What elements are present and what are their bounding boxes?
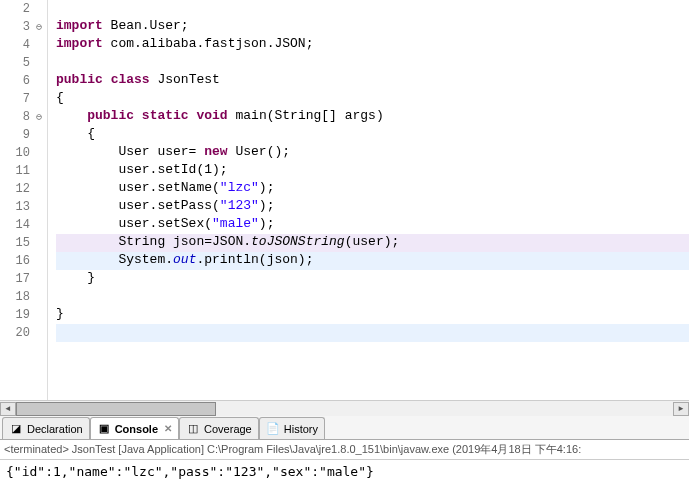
line-number: 3 [0, 20, 32, 34]
tab-label: Console [115, 423, 158, 435]
close-icon[interactable]: ✕ [164, 423, 172, 434]
gutter-row: 19 [0, 306, 47, 324]
line-number: 5 [0, 56, 32, 70]
line-number: 17 [0, 272, 32, 286]
line-number: 20 [0, 326, 32, 340]
scroll-left-button[interactable]: ◄ [0, 402, 16, 416]
declaration-icon: ◪ [9, 422, 23, 436]
code-line[interactable]: public static void main(String[] args) [56, 108, 689, 126]
line-number: 18 [0, 290, 32, 304]
code-line[interactable] [56, 0, 689, 18]
code-line[interactable]: System.out.println(json); [56, 252, 689, 270]
scroll-thumb[interactable] [16, 402, 216, 416]
gutter-row: 15 [0, 234, 47, 252]
fold-marker-icon[interactable]: ⊖ [32, 111, 46, 123]
line-number: 14 [0, 218, 32, 232]
gutter-row: 12 [0, 180, 47, 198]
gutter-row: 7 [0, 90, 47, 108]
gutter-row: 4 [0, 36, 47, 54]
gutter-row: 5 [0, 54, 47, 72]
line-number: 15 [0, 236, 32, 250]
gutter-row: 13 [0, 198, 47, 216]
line-number: 6 [0, 74, 32, 88]
scroll-right-button[interactable]: ► [673, 402, 689, 416]
tab-label: History [284, 423, 318, 435]
console-icon: ▣ [97, 422, 111, 436]
gutter-row: 17 [0, 270, 47, 288]
code-editor[interactable]: 23⊖45678⊖91011121314151617181920 import … [0, 0, 689, 400]
line-number: 19 [0, 308, 32, 322]
tab-label: Declaration [27, 423, 83, 435]
code-line[interactable]: public class JsonTest [56, 72, 689, 90]
code-line[interactable]: user.setPass("123"); [56, 198, 689, 216]
code-area[interactable]: import Bean.User;import com.alibaba.fast… [48, 0, 689, 400]
gutter-row: 18 [0, 288, 47, 306]
gutter-row: 2 [0, 0, 47, 18]
code-line[interactable]: { [56, 90, 689, 108]
coverage-icon: ◫ [186, 422, 200, 436]
gutter-row: 6 [0, 72, 47, 90]
gutter-row: 9 [0, 126, 47, 144]
console-output[interactable]: {"id":1,"name":"lzc","pass":"123","sex":… [0, 460, 689, 483]
code-line[interactable]: import com.alibaba.fastjson.JSON; [56, 36, 689, 54]
code-line[interactable]: } [56, 270, 689, 288]
tab-history[interactable]: 📄History [259, 417, 325, 439]
gutter-row: 3⊖ [0, 18, 47, 36]
tab-label: Coverage [204, 423, 252, 435]
tab-console[interactable]: ▣Console✕ [90, 417, 179, 439]
tab-declaration[interactable]: ◪Declaration [2, 417, 90, 439]
fold-marker-icon[interactable]: ⊖ [32, 21, 46, 33]
code-line[interactable] [56, 324, 689, 342]
code-line[interactable]: } [56, 306, 689, 324]
code-line[interactable] [56, 288, 689, 306]
line-number: 7 [0, 92, 32, 106]
gutter-row: 8⊖ [0, 108, 47, 126]
code-line[interactable] [56, 54, 689, 72]
scroll-track[interactable] [16, 402, 673, 416]
code-line[interactable]: user.setId(1); [56, 162, 689, 180]
code-line[interactable]: String json=JSON.toJSONString(user); [56, 234, 689, 252]
code-line[interactable]: User user= new User(); [56, 144, 689, 162]
history-icon: 📄 [266, 422, 280, 436]
bottom-tab-bar: ◪Declaration▣Console✕◫Coverage📄History [0, 416, 689, 440]
code-line[interactable]: user.setSex("male"); [56, 216, 689, 234]
code-line[interactable]: { [56, 126, 689, 144]
line-number: 9 [0, 128, 32, 142]
line-number: 11 [0, 164, 32, 178]
gutter-row: 10 [0, 144, 47, 162]
code-line[interactable]: user.setName("lzc"); [56, 180, 689, 198]
horizontal-scrollbar[interactable]: ◄ ► [0, 400, 689, 416]
code-line[interactable]: import Bean.User; [56, 18, 689, 36]
console-status: <terminated> JsonTest [Java Application]… [0, 440, 689, 460]
line-number: 13 [0, 200, 32, 214]
line-number: 8 [0, 110, 32, 124]
line-number: 12 [0, 182, 32, 196]
gutter-row: 20 [0, 324, 47, 342]
gutter: 23⊖45678⊖91011121314151617181920 [0, 0, 48, 400]
line-number: 16 [0, 254, 32, 268]
line-number: 4 [0, 38, 32, 52]
gutter-row: 11 [0, 162, 47, 180]
line-number: 10 [0, 146, 32, 160]
line-number: 2 [0, 2, 32, 16]
gutter-row: 14 [0, 216, 47, 234]
tab-coverage[interactable]: ◫Coverage [179, 417, 259, 439]
gutter-row: 16 [0, 252, 47, 270]
